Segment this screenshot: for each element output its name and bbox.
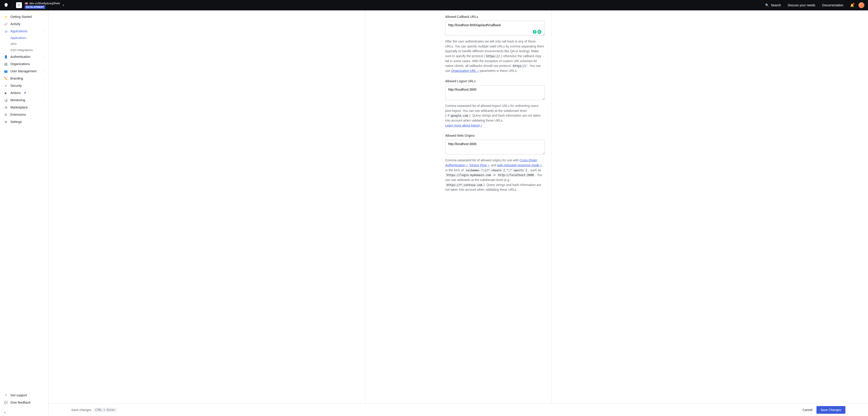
external-link-icon: ↗ <box>477 70 479 72</box>
footer-bar: Save changes CTRL + Enter Cancel Save Ch… <box>49 403 868 416</box>
nav-icon: 💬 <box>4 401 8 404</box>
nav-icon: ? <box>4 394 8 397</box>
sidebar-item-branding[interactable]: ✏️Branding› <box>0 75 49 82</box>
nav-label: Activity <box>10 22 20 26</box>
search-label: Search <box>771 3 781 7</box>
allowed-web-origins-input[interactable] <box>445 140 545 155</box>
tenant-switcher[interactable]: 🇺🇸 dev-cc5hxi4yduxq3hwe DEVELOPMENT <box>25 2 60 9</box>
content-area: Allowed Callback URLs ⬆ G After the user… <box>49 10 868 403</box>
nav-label: Branding <box>10 76 23 80</box>
nav-label: Authentication <box>10 55 31 59</box>
nav-icon: 🛍 <box>4 106 8 109</box>
nav-label: Organizations <box>10 62 30 66</box>
nav-label: Monitoring <box>10 98 25 102</box>
sidebar-item-organizations[interactable]: 🏢Organizations <box>0 60 49 68</box>
search-icon: 🔍 <box>765 3 769 7</box>
chevron-right-icon: › <box>43 70 44 72</box>
learn-more-logout-link[interactable]: Learn more about logout↗ <box>445 124 483 127</box>
grammarly-widget[interactable]: ⬆ G <box>532 29 542 35</box>
sidebar-item-monitoring[interactable]: 📊Monitoring› <box>0 96 49 104</box>
sidebar-subitem-apis[interactable]: APIs <box>0 41 49 47</box>
notifications-button[interactable]: 🔔 <box>850 3 854 7</box>
nav-label: Getting Started <box>10 15 32 19</box>
allowed-logout-urls-input[interactable] <box>445 85 545 100</box>
sidebar-subitem-sso-integrations[interactable]: SSO Integrations <box>0 47 49 53</box>
chevron-right-icon: › <box>43 77 44 80</box>
nav-icon: 👥 <box>4 70 8 73</box>
nav-icon: 👤 <box>4 55 8 59</box>
nav-label: Actions <box>10 91 21 95</box>
nav-icon: ✏️ <box>4 77 8 80</box>
nav-label: Extensions <box>10 113 26 116</box>
external-link-icon: ↗ <box>487 164 489 167</box>
save-changes-button[interactable]: Save Changes <box>816 406 845 414</box>
nav-label: Marketplace <box>10 105 28 109</box>
cancel-button[interactable]: Cancel <box>799 406 817 414</box>
sidebar: ⚡Getting Started📈Activity🗂Applications›A… <box>0 10 49 416</box>
notification-dot-icon <box>852 3 855 5</box>
allowed-callback-urls-label: Allowed Callback URLs <box>445 15 545 19</box>
chevron-right-icon: › <box>43 92 44 94</box>
user-avatar[interactable] <box>859 2 864 8</box>
allowed-web-origins-label: Allowed Web Origins <box>445 134 545 137</box>
allowed-web-origins-help: Comma-separated list of allowed origins … <box>445 158 545 192</box>
sidebar-item-marketplace[interactable]: 🛍Marketplace <box>0 104 49 111</box>
grammarly-add-icon: ⬆ <box>533 30 536 34</box>
sidebar-item-extensions[interactable]: ⚙Extensions <box>0 111 49 118</box>
flag-icon: 🇺🇸 <box>25 2 28 5</box>
device-flow-link[interactable]: Device Flow↗ <box>469 163 489 167</box>
allowed-logout-urls-label: Allowed Logout URLs <box>445 79 545 83</box>
sidebar-item-user-management[interactable]: 👥User Management› <box>0 68 49 75</box>
nav-icon: ✔ <box>4 84 8 88</box>
documentation-link[interactable]: Documentation <box>822 3 843 7</box>
sidebar-item-give-feedback[interactable]: 💬Give feedback <box>0 399 49 406</box>
external-link-icon: ↗ <box>480 124 482 127</box>
keyboard-shortcut-badge: CTRL + Enter <box>94 408 117 412</box>
nav-icon: ⚡ <box>4 15 8 19</box>
allowed-callback-urls-input[interactable] <box>445 21 545 36</box>
organization-url-link[interactable]: Organization URL↗ <box>451 69 479 72</box>
allowed-logout-urls-help: Comma-separated list of allowed logout U… <box>445 103 545 128</box>
sidebar-item-getting-started[interactable]: ⚡Getting Started <box>0 13 49 20</box>
save-hint-text: Save changes <box>71 408 91 412</box>
allowed-callback-urls-help: After the user authenticates we will onl… <box>445 39 545 73</box>
web-message-response-link[interactable]: web message response mode↗ <box>497 163 542 167</box>
nav-label: Applications <box>10 29 28 33</box>
chevron-down-icon[interactable]: ▼ <box>62 4 64 6</box>
external-link-icon: ↗ <box>540 164 542 167</box>
chevron-right-icon: › <box>43 85 44 87</box>
chevron-right-icon: › <box>43 56 44 58</box>
search-button[interactable]: 🔍 Search <box>765 3 781 7</box>
external-link-icon: ↗ <box>466 164 468 167</box>
sidebar-item-security[interactable]: ✔Security› <box>0 82 49 89</box>
topbar: T 🇺🇸 dev-cc5hxi4yduxq3hwe DEVELOPMENT ▼ … <box>0 0 868 10</box>
collapse-sidebar-button[interactable]: « <box>0 409 49 416</box>
divider <box>12 2 12 8</box>
chevron-right-icon: › <box>43 30 44 33</box>
tenant-initial-badge[interactable]: T <box>16 2 22 8</box>
auth0-logo-icon[interactable] <box>4 2 8 8</box>
nav-icon: 📊 <box>4 98 8 102</box>
sidebar-item-applications[interactable]: 🗂Applications› <box>0 28 49 35</box>
indicator-dot-icon <box>24 92 26 94</box>
sidebar-item-settings[interactable]: ⚙Settings <box>0 118 49 125</box>
sidebar-item-actions[interactable]: ▶Actions› <box>0 89 49 96</box>
nav-label: Get support <box>10 393 27 397</box>
nav-icon: 🏢 <box>4 62 8 66</box>
tenant-name: dev-cc5hxi4yduxq3hwe <box>29 2 60 5</box>
nav-icon: ▶ <box>4 91 8 95</box>
sidebar-item-activity[interactable]: 📈Activity <box>0 20 49 28</box>
environment-badge: DEVELOPMENT <box>25 5 45 9</box>
discuss-needs-link[interactable]: Discuss your needs <box>788 3 815 7</box>
sidebar-item-authentication[interactable]: 👤Authentication› <box>0 53 49 60</box>
nav-icon: 📈 <box>4 22 8 26</box>
nav-label: User Management <box>10 69 36 73</box>
nav-icon: 🗂 <box>4 30 8 33</box>
grammarly-icon: G <box>537 30 541 34</box>
sidebar-subitem-applications[interactable]: Applications <box>0 35 49 41</box>
nav-icon: ⚙ <box>4 113 8 116</box>
nav-icon: ⚙ <box>4 120 8 124</box>
nav-label: Security <box>10 84 22 88</box>
nav-label: Settings <box>10 120 22 124</box>
sidebar-item-get-support[interactable]: ?Get support <box>0 392 49 399</box>
